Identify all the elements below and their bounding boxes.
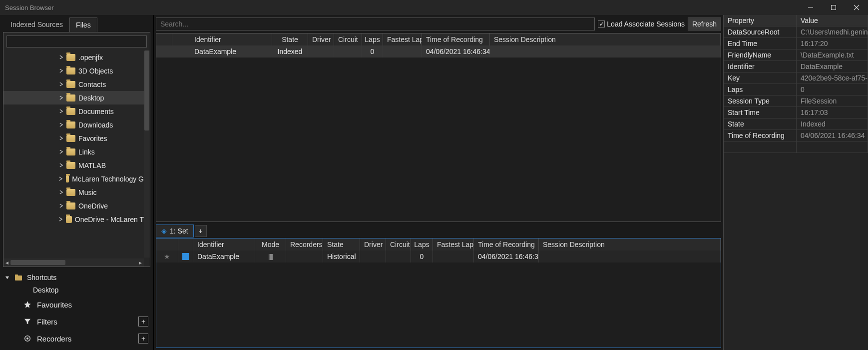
add-set-button[interactable]: + — [195, 225, 207, 237]
chevron-right-icon — [58, 136, 63, 141]
property-col-value[interactable]: Value — [797, 15, 868, 26]
folder-tree[interactable]: .openjfx3D ObjectsContactsDesktopDocumen… — [3, 50, 144, 258]
tab-files[interactable]: Files — [69, 18, 97, 32]
property-row[interactable]: End Time16:17:20 — [724, 38, 868, 50]
add-recorder-button[interactable]: + — [138, 334, 148, 344]
property-value: C:\Users\medhi.genin\D — [797, 26, 868, 38]
folder-item[interactable]: 3D Objects — [3, 64, 144, 78]
property-row[interactable]: Laps0 — [724, 84, 868, 96]
property-header: Property Value — [724, 15, 868, 26]
folder-item[interactable]: Music — [3, 186, 144, 199]
table-row[interactable]: DataExample Indexed 0 04/06/2021 16:46:3… — [156, 46, 721, 58]
folder-item[interactable]: Links — [3, 145, 144, 158]
col2-desc[interactable]: Session Description — [539, 238, 721, 250]
folder-item[interactable]: .openjfx — [3, 50, 144, 64]
folder-icon — [66, 162, 75, 169]
load-associate-checkbox[interactable]: ✓ Load Associate Sessions — [598, 20, 685, 28]
col-fastest[interactable]: Fastest Lap — [383, 34, 422, 46]
chevron-right-icon — [58, 55, 63, 60]
shortcuts-label: Shortcuts — [27, 274, 56, 282]
chevron-right-icon — [58, 82, 63, 87]
folder-item[interactable]: OneDrive - McLaren T — [3, 212, 144, 226]
property-row[interactable]: Key420e2be9-58ce-af75-9 — [724, 72, 868, 84]
col2-time[interactable]: Time of Recording — [474, 238, 539, 250]
folder-item[interactable]: Downloads — [3, 118, 144, 132]
window-minimize-icon[interactable] — [799, 0, 822, 15]
property-value: 16:17:03 — [797, 107, 868, 118]
col2-driver[interactable]: Driver — [360, 238, 386, 250]
folder-label: McLaren Technology G — [72, 175, 144, 183]
main-content: ✓ Load Associate Sessions Refresh Identi… — [154, 15, 723, 350]
recorders-row[interactable]: Recorders + — [5, 330, 148, 347]
folder-item[interactable]: Contacts — [3, 78, 144, 91]
property-row[interactable]: IdentifierDataExample — [724, 61, 868, 72]
set-grid[interactable]: Identifier Mode Recorders State Driver C… — [156, 238, 721, 348]
property-row[interactable]: Time of Recording04/06/2021 16:46:34 — [724, 130, 868, 142]
shortcut-desktop[interactable]: Desktop — [5, 284, 148, 296]
sessions-grid[interactable]: Identifier State Driver Circuit Laps Fas… — [156, 33, 721, 222]
col-time[interactable]: Time of Recording — [422, 34, 490, 46]
tree-vertical-scrollbar[interactable] — [144, 50, 150, 258]
folder-item[interactable]: McLaren Technology G — [3, 172, 144, 186]
col2-mode[interactable]: Mode — [255, 238, 286, 250]
col2-state[interactable]: State — [323, 238, 360, 250]
col-state[interactable]: State — [272, 34, 308, 46]
svg-rect-4 — [15, 276, 22, 280]
col-circuit[interactable]: Circuit — [334, 34, 362, 46]
col-laps[interactable]: Laps — [362, 34, 383, 46]
property-col-name[interactable]: Property — [724, 15, 797, 26]
cell2-recorders — [286, 250, 323, 262]
col-desc[interactable]: Session Description — [490, 34, 721, 46]
window-maximize-icon[interactable] — [822, 0, 845, 15]
color-swatch-icon[interactable] — [182, 253, 189, 260]
col2-identifier[interactable]: Identifier — [193, 238, 255, 250]
cell2-time: 04/06/2021 16:46:34 — [474, 250, 539, 262]
chevron-right-icon — [58, 96, 63, 100]
add-filter-button[interactable]: + — [138, 316, 148, 326]
folder-label: Music — [78, 188, 97, 196]
property-row[interactable]: Start Time16:17:03 — [724, 107, 868, 118]
property-row[interactable]: StateIndexed — [724, 118, 868, 130]
shortcuts-header[interactable]: Shortcuts — [5, 271, 148, 284]
folder-item[interactable]: Desktop — [3, 91, 144, 104]
set-grid-header: Identifier Mode Recorders State Driver C… — [156, 238, 721, 250]
chevron-right-icon — [58, 122, 63, 128]
folder-item[interactable]: Favorites — [3, 132, 144, 145]
folder-item[interactable]: Documents — [3, 104, 144, 118]
folder-item[interactable]: OneDrive — [3, 199, 144, 212]
property-row-empty — [724, 142, 868, 153]
filters-row[interactable]: Filters + — [5, 313, 148, 330]
property-key: Time of Recording — [724, 130, 797, 142]
property-row[interactable]: FriendlyName\DataExample.txt — [724, 50, 868, 61]
folder-item[interactable]: MATLAB — [3, 158, 144, 172]
col2-recorders[interactable]: Recorders — [286, 238, 323, 250]
refresh-button[interactable]: Refresh — [688, 18, 721, 30]
star-outline-icon[interactable]: ★ — [164, 252, 170, 260]
cell-laps: 0 — [362, 46, 383, 58]
search-input[interactable] — [156, 18, 595, 30]
property-row[interactable]: Session TypeFileSession — [724, 96, 868, 107]
recorders-label: Recorders — [37, 334, 148, 343]
path-input[interactable] — [6, 36, 147, 48]
property-key: Identifier — [724, 61, 797, 72]
mode-bars-icon: |||| — [268, 253, 272, 260]
col2-laps[interactable]: Laps — [411, 238, 433, 250]
property-key: Key — [724, 72, 797, 84]
cell-circuit — [334, 46, 362, 58]
tree-horizontal-scrollbar[interactable]: ◄► — [3, 258, 144, 266]
cell-state: Indexed — [272, 46, 308, 58]
folder-icon — [66, 148, 75, 156]
col-driver[interactable]: Driver — [308, 34, 334, 46]
property-row[interactable]: DataSourceRootC:\Users\medhi.genin\D — [724, 26, 868, 38]
favourites-row[interactable]: Favourites — [5, 296, 148, 313]
tab-indexed-sources[interactable]: Indexed Sources — [4, 17, 69, 32]
table-row[interactable]: ★ DataExample |||| Historical 0 04/06/20… — [156, 250, 721, 262]
cell-desc — [490, 46, 721, 58]
col-identifier[interactable]: Identifier — [172, 34, 272, 46]
window-close-icon[interactable] — [845, 0, 868, 15]
tab-set-1[interactable]: ◈ 1: Set — [156, 224, 194, 238]
property-key: DataSourceRoot — [724, 26, 797, 38]
col2-fastest[interactable]: Fastest Lap — [433, 238, 474, 250]
property-value: Indexed — [797, 118, 868, 130]
col2-circuit[interactable]: Circuit — [386, 238, 411, 250]
